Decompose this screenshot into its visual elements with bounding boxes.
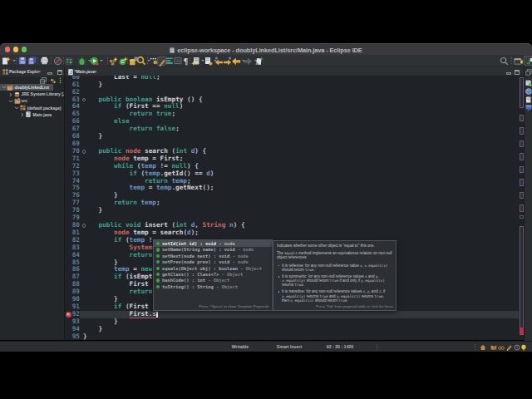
error-marker-icon[interactable]: × xyxy=(66,312,71,318)
completion-item-label: hashCode() : int - Object xyxy=(162,278,229,283)
clock-icon[interactable] xyxy=(514,344,520,351)
tree-item-label: src xyxy=(22,98,28,103)
code-token: First xyxy=(160,155,180,162)
code-line: } xyxy=(83,81,102,89)
code-line: } xyxy=(83,207,102,214)
code-token: public xyxy=(99,147,122,155)
ruler-mark-occ[interactable] xyxy=(520,115,524,122)
toolbar-new-wizard-icon[interactable] xyxy=(2,57,16,66)
close-main-java-icon[interactable]: × xyxy=(94,69,97,74)
code-token: return xyxy=(130,288,153,295)
ruler-mark-error[interactable] xyxy=(520,328,524,334)
toolbar-save-all-icon[interactable] xyxy=(27,57,37,66)
toolbar-open-perspective-icon[interactable] xyxy=(514,57,523,66)
svg-text:¶: ¶ xyxy=(184,57,188,66)
task-list-icon[interactable] xyxy=(525,80,532,86)
tree-item-src[interactable]: src xyxy=(0,97,64,104)
completion-popup: setId(int id) : void - nodesetName(Strin… xyxy=(153,239,273,311)
svg-text:!: ! xyxy=(155,61,155,65)
completion-item[interactable]: setId(int id) : void - node xyxy=(154,240,272,246)
toolbar-new-java-package-icon[interactable] xyxy=(109,57,118,66)
completion-item[interactable]: setName(String name) : void - node xyxy=(154,247,272,253)
code-token: First xyxy=(130,280,149,288)
maximize-editor-icon[interactable] xyxy=(515,70,520,75)
code-token: else xyxy=(114,117,130,125)
book-icon[interactable] xyxy=(490,344,497,351)
tree-item-main-java[interactable]: JMain.java xyxy=(0,111,64,118)
window-file-icon xyxy=(170,47,175,53)
pencil-icon[interactable] xyxy=(506,344,513,351)
public-method-icon xyxy=(156,267,160,270)
code-token: temp xyxy=(130,184,145,191)
code-token: ( xyxy=(121,236,129,244)
toolbar-separator xyxy=(127,57,128,64)
ruler-mark-dim[interactable] xyxy=(520,215,524,219)
console-view-icon[interactable] xyxy=(525,105,532,111)
completion-item[interactable]: hashCode() : int - Object xyxy=(154,278,272,283)
ruler-mark-occ[interactable] xyxy=(520,179,524,186)
code-token: ) xyxy=(210,170,214,177)
javadoc-bullet: It is symmetric: for any non-null refere… xyxy=(277,274,392,288)
toolbar-save-icon[interactable] xyxy=(18,57,27,66)
chevron-right-icon[interactable] xyxy=(8,92,12,96)
javadoc-view-icon[interactable] xyxy=(525,96,532,103)
chevron-down-icon[interactable] xyxy=(8,99,12,103)
code-token: ; xyxy=(187,177,191,185)
home-icon[interactable] xyxy=(480,344,486,351)
completion-item[interactable]: equals(Object obj) : boolean - Object xyxy=(154,265,272,271)
ruler-mark-occ[interactable] xyxy=(520,140,524,148)
link-with-editor-icon[interactable] xyxy=(50,78,57,84)
ruler-mark-thumb[interactable] xyxy=(520,77,524,108)
completion-item[interactable]: getClass() : Class<?> - Object xyxy=(154,271,272,277)
dropdown-caret-icon[interactable] xyxy=(100,60,103,62)
maximize-view-icon[interactable] xyxy=(57,70,62,75)
toolbar-search-icon[interactable] xyxy=(136,57,151,66)
chevron-right-icon[interactable] xyxy=(20,112,24,116)
code-token: ; xyxy=(156,199,160,206)
svg-text:J: J xyxy=(69,70,71,75)
toolbar-skip-breakpoints-icon[interactable] xyxy=(53,57,62,66)
ruler-mark-thumb[interactable] xyxy=(520,226,524,336)
window-title-area: eclipse-workspace - doublyLinkedList/src… xyxy=(0,44,532,56)
ruler-mark-occ[interactable] xyxy=(520,192,524,200)
code-token: != xyxy=(156,162,172,170)
toolbar-build-icon[interactable] xyxy=(65,57,73,66)
ruler-mark-occ[interactable] xyxy=(520,166,524,174)
ruler-mark-occ[interactable] xyxy=(520,127,524,135)
tab-package-explorer[interactable]: Package Explo xyxy=(9,69,38,74)
tree-item-default-package[interactable]: (default package) xyxy=(0,105,64,111)
completion-item[interactable]: setNext(node next) : void - node xyxy=(154,253,272,259)
outline-icon[interactable] xyxy=(525,88,532,95)
toolbar-run-icon[interactable] xyxy=(90,57,104,66)
close-package-explorer-icon[interactable]: × xyxy=(38,69,42,74)
toolbar-separator xyxy=(190,57,190,64)
minimize-editor-icon[interactable] xyxy=(506,70,511,75)
toolbar-java-perspective-icon[interactable]: J xyxy=(524,57,532,66)
completion-item[interactable]: toString() : String - Object xyxy=(154,283,272,289)
chevron-down-icon[interactable] xyxy=(14,106,18,110)
ruler-mark-occ[interactable] xyxy=(520,204,524,212)
toolbar-last-edited-file-icon[interactable] xyxy=(254,57,264,66)
tree-item-doublylinkedlist[interactable]: doublyLinkedList xyxy=(0,84,64,91)
reader-icon[interactable] xyxy=(498,344,505,351)
view-menu-icon[interactable] xyxy=(59,77,62,84)
tab-main-java[interactable]: *Main.java xyxy=(75,69,95,74)
code-token: } xyxy=(83,295,118,303)
completion-item[interactable]: setPrev(node prev) : void - node xyxy=(154,259,272,265)
toolbar-show-source-icon[interactable] xyxy=(165,57,174,66)
lightbulb-icon[interactable] xyxy=(520,344,527,352)
toolbar-quick-access-search-icon[interactable] xyxy=(500,57,509,66)
restore-views-icon[interactable] xyxy=(525,69,532,76)
code-token: ( xyxy=(168,221,175,229)
minimize-view-icon[interactable] xyxy=(47,70,52,75)
collapse-all-icon[interactable] xyxy=(40,77,47,84)
code-token: ) { xyxy=(234,221,245,229)
toolbar-open-console-icon[interactable] xyxy=(174,57,182,66)
code-token: new xyxy=(140,265,152,273)
ruler-mark-occ[interactable] xyxy=(520,153,524,160)
line-number: 95 xyxy=(65,333,80,340)
tree-item-jre-system-library-ja[interactable]: JRE System Library [Ja xyxy=(0,91,64,97)
code-token: isEmpty xyxy=(156,96,183,103)
chevron-down-icon[interactable] xyxy=(2,85,6,89)
toolbar-print-icon[interactable] xyxy=(40,57,49,66)
